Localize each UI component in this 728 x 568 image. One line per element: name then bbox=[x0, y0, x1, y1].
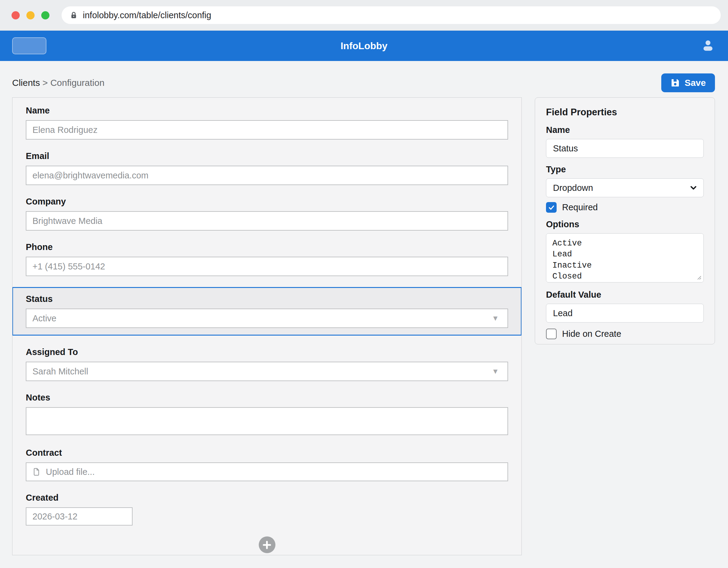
default-value-input[interactable] bbox=[546, 304, 704, 323]
breadcrumb: Clients > Configuration bbox=[12, 78, 104, 88]
contract-upload-input[interactable]: Upload file... bbox=[26, 462, 508, 481]
breadcrumb-table[interactable]: Clients bbox=[12, 78, 40, 88]
status-select-value: Active bbox=[32, 313, 56, 323]
file-icon bbox=[32, 467, 41, 476]
breadcrumb-separator: > bbox=[40, 78, 50, 88]
field-row-assigned-to[interactable]: Assigned To Sarah Mitchell ▼ bbox=[26, 347, 508, 381]
name-field-label: Name bbox=[26, 105, 508, 116]
window-close-button[interactable] bbox=[12, 11, 20, 19]
company-input[interactable] bbox=[26, 211, 508, 231]
phone-field-label: Phone bbox=[26, 242, 508, 252]
status-field-label: Status bbox=[26, 293, 508, 304]
required-label: Required bbox=[562, 202, 598, 212]
company-field-label: Company bbox=[26, 196, 508, 207]
traffic-lights bbox=[12, 11, 49, 19]
breadcrumb-page: Configuration bbox=[50, 78, 104, 88]
field-properties-title: Field Properties bbox=[546, 107, 704, 118]
field-row-contract[interactable]: Contract Upload file... bbox=[26, 447, 508, 481]
hide-on-create-row: Hide on Create bbox=[546, 329, 704, 339]
options-label: Options bbox=[546, 219, 704, 230]
created-field-label: Created bbox=[26, 492, 508, 503]
toolbar: Clients > Configuration Save bbox=[0, 61, 728, 94]
required-checkbox[interactable] bbox=[546, 202, 557, 213]
chevron-down-icon bbox=[689, 183, 698, 192]
save-button-label: Save bbox=[685, 78, 706, 88]
field-row-company[interactable]: Company bbox=[26, 196, 508, 231]
check-icon bbox=[548, 204, 555, 211]
prop-name-label: Name bbox=[546, 124, 704, 135]
add-field-row bbox=[26, 536, 508, 553]
email-field-label: Email bbox=[26, 150, 508, 161]
assigned-to-select-value: Sarah Mitchell bbox=[32, 367, 88, 377]
user-icon bbox=[701, 38, 715, 53]
field-row-notes[interactable]: Notes bbox=[26, 392, 508, 436]
app-header: InfoLobby bbox=[0, 31, 728, 61]
field-row-name[interactable]: Name bbox=[26, 105, 508, 140]
lock-icon bbox=[69, 11, 78, 19]
name-input[interactable] bbox=[26, 120, 508, 140]
menu-button[interactable] bbox=[12, 37, 46, 54]
notes-textarea[interactable] bbox=[26, 407, 508, 435]
field-properties-panel: Field Properties Name Type Dropdown Requ… bbox=[535, 97, 715, 344]
browser-chrome: infolobby.com/table/clients/config bbox=[0, 0, 728, 31]
options-textarea[interactable]: Active Lead Inactive Closed bbox=[546, 233, 704, 282]
assigned-to-select[interactable]: Sarah Mitchell ▼ bbox=[26, 362, 508, 381]
field-row-status-selected[interactable]: Status Active ▼ bbox=[12, 287, 522, 336]
phone-input[interactable] bbox=[26, 257, 508, 276]
field-row-created[interactable]: Created bbox=[26, 492, 508, 526]
prop-name-input[interactable] bbox=[546, 139, 704, 158]
address-bar[interactable]: infolobby.com/table/clients/config bbox=[62, 6, 721, 24]
default-value-label: Default Value bbox=[546, 289, 704, 300]
chevron-down-icon: ▼ bbox=[492, 314, 499, 323]
save-icon bbox=[670, 78, 680, 88]
chevron-down-icon: ▼ bbox=[492, 367, 499, 376]
prop-type-label: Type bbox=[546, 164, 704, 175]
created-date-input[interactable] bbox=[26, 507, 133, 526]
field-row-phone[interactable]: Phone bbox=[26, 242, 508, 276]
add-field-button[interactable] bbox=[259, 536, 275, 553]
contract-field-label: Contract bbox=[26, 447, 508, 458]
url-text: infolobby.com/table/clients/config bbox=[83, 10, 211, 20]
user-account-button[interactable] bbox=[701, 38, 715, 54]
hide-on-create-checkbox[interactable] bbox=[546, 329, 557, 339]
notes-field-label: Notes bbox=[26, 392, 508, 403]
required-row: Required bbox=[546, 202, 704, 213]
record-form-panel: Name Email Company Phone Status Active ▼… bbox=[12, 97, 522, 555]
prop-type-value: Dropdown bbox=[553, 183, 593, 193]
options-textarea-wrap: Active Lead Inactive Closed bbox=[546, 233, 704, 282]
window-zoom-button[interactable] bbox=[41, 11, 49, 19]
email-input[interactable] bbox=[26, 166, 508, 185]
save-button[interactable]: Save bbox=[661, 73, 715, 92]
field-row-email[interactable]: Email bbox=[26, 150, 508, 185]
status-select[interactable]: Active ▼ bbox=[26, 309, 508, 328]
hide-on-create-label: Hide on Create bbox=[562, 329, 621, 339]
upload-placeholder: Upload file... bbox=[46, 467, 95, 477]
app-title: InfoLobby bbox=[0, 40, 728, 52]
plus-icon bbox=[262, 540, 272, 550]
window-minimize-button[interactable] bbox=[26, 11, 35, 19]
assigned-to-field-label: Assigned To bbox=[26, 347, 508, 357]
prop-type-select[interactable]: Dropdown bbox=[546, 178, 704, 197]
